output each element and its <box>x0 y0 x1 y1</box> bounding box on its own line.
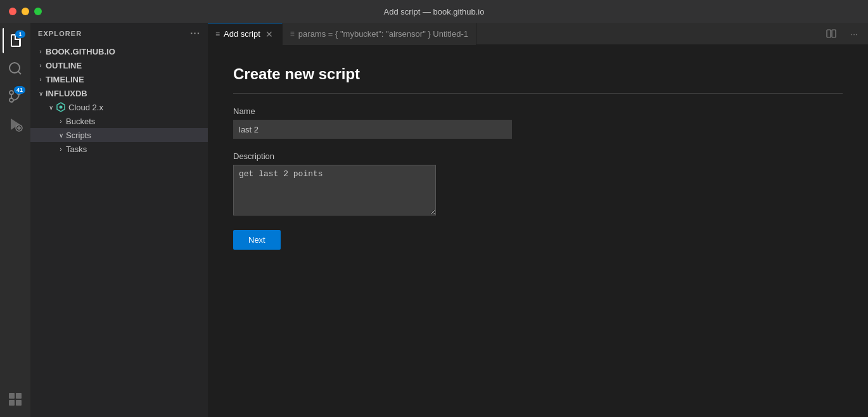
description-textarea[interactable]: get last 2 points <box>233 165 436 215</box>
name-input[interactable] <box>233 120 512 139</box>
tree-item-scripts[interactable]: ∨ Scripts <box>30 128 208 142</box>
sidebar-header: Explorer ··· <box>30 23 208 44</box>
tree-item-book-github-io[interactable]: › BOOK.GITHUB.IO <box>30 44 208 58</box>
more-actions-button[interactable]: ··· <box>845 25 863 42</box>
activity-bar: 1 41 <box>0 23 30 417</box>
description-group: Description get last 2 points <box>233 151 843 217</box>
svg-rect-10 <box>9 393 15 399</box>
extensions-icon <box>8 392 23 407</box>
tab-params[interactable]: ≡ params = { "mybucket": "airsensor" } U… <box>283 23 476 45</box>
explorer-badge: 1 <box>15 30 25 38</box>
tree-item-influxdb[interactable]: ∨ INFLUXDB <box>30 86 208 100</box>
sidebar-title: Explorer <box>38 30 82 37</box>
chevron-right-icon: › <box>35 74 46 84</box>
next-button[interactable]: Next <box>233 230 281 250</box>
tree-item-buckets[interactable]: › Buckets <box>30 114 208 128</box>
list-icon: ≡ <box>290 29 295 38</box>
tree-item-timeline[interactable]: › TIMELINE <box>30 72 208 86</box>
app-container: 1 41 <box>0 23 868 417</box>
svg-point-4 <box>10 91 13 94</box>
activity-item-source-control[interactable]: 41 <box>3 84 28 109</box>
chevron-right-icon: › <box>35 46 46 56</box>
form-title: Create new script <box>233 65 843 94</box>
tree-item-label: Buckets <box>66 117 208 126</box>
source-control-badge: 41 <box>14 86 25 94</box>
editor-area: ≡ Add script ✕ ≡ params = { "mybucket": … <box>208 23 868 417</box>
description-label: Description <box>233 151 843 161</box>
svg-rect-16 <box>827 30 831 37</box>
chevron-down-icon: ∨ <box>56 130 66 140</box>
tree-item-label: BOOK.GITHUB.IO <box>46 47 208 56</box>
tree-item-label: Cloud 2.x <box>68 103 208 112</box>
search-icon <box>8 61 23 76</box>
svg-line-1 <box>18 72 21 74</box>
svg-rect-12 <box>9 400 15 406</box>
tree-item-label: Scripts <box>66 131 208 140</box>
chevron-right-icon: › <box>56 116 66 126</box>
list-icon: ≡ <box>215 30 220 39</box>
split-editor-icon <box>826 29 836 39</box>
tree-item-label: Tasks <box>66 144 208 154</box>
ellipsis-icon: ··· <box>851 29 858 39</box>
cloud-icon <box>56 102 66 112</box>
activity-item-extensions[interactable] <box>3 387 28 412</box>
split-editor-button[interactable] <box>822 25 840 42</box>
svg-rect-11 <box>16 393 22 399</box>
window-title: Add script — book.github.io <box>384 7 485 16</box>
activity-item-run-debug[interactable] <box>3 112 28 137</box>
traffic-lights <box>9 8 42 15</box>
activity-item-explorer[interactable]: 1 <box>3 28 28 53</box>
tree-item-label: INFLUXDB <box>46 89 208 98</box>
tab-bar: ≡ Add script ✕ ≡ params = { "mybucket": … <box>208 23 868 45</box>
tree-item-label: TIMELINE <box>46 75 208 84</box>
name-label: Name <box>233 106 843 116</box>
run-debug-icon <box>8 117 23 132</box>
svg-point-0 <box>10 63 20 73</box>
sidebar: Explorer ··· › BOOK.GITHUB.IO › OUTLINE … <box>30 23 208 417</box>
chevron-down-icon: ∨ <box>35 88 46 98</box>
name-group: Name <box>233 106 843 139</box>
svg-rect-13 <box>16 400 22 406</box>
tab-more-actions: ··· <box>817 25 868 42</box>
activity-item-search[interactable] <box>3 56 28 81</box>
tab-close-button[interactable]: ✕ <box>264 29 274 39</box>
tab-label: Add script <box>224 29 260 39</box>
svg-rect-17 <box>832 30 836 37</box>
maximize-button[interactable] <box>34 8 42 15</box>
tree-item-outline[interactable]: › OUTLINE <box>30 58 208 72</box>
chevron-right-icon: › <box>56 144 66 154</box>
tab-label: params = { "mybucket": "airsensor" } Unt… <box>298 29 468 39</box>
tab-add-script[interactable]: ≡ Add script ✕ <box>208 23 283 45</box>
chevron-right-icon: › <box>35 60 46 70</box>
chevron-down-icon: ∨ <box>46 102 56 112</box>
tree-item-tasks[interactable]: › Tasks <box>30 142 208 156</box>
titlebar: Add script — book.github.io <box>0 0 868 23</box>
editor-content: Create new script Name Description get l… <box>208 45 868 417</box>
tree-item-label: OUTLINE <box>46 61 208 70</box>
svg-point-15 <box>60 106 63 109</box>
sidebar-more-button[interactable]: ··· <box>190 28 200 39</box>
tree-item-cloud[interactable]: ∨ Cloud 2.x <box>30 100 208 114</box>
minimize-button[interactable] <box>22 8 29 15</box>
close-button[interactable] <box>9 8 16 15</box>
next-group: Next <box>233 230 843 250</box>
svg-point-2 <box>10 98 13 102</box>
